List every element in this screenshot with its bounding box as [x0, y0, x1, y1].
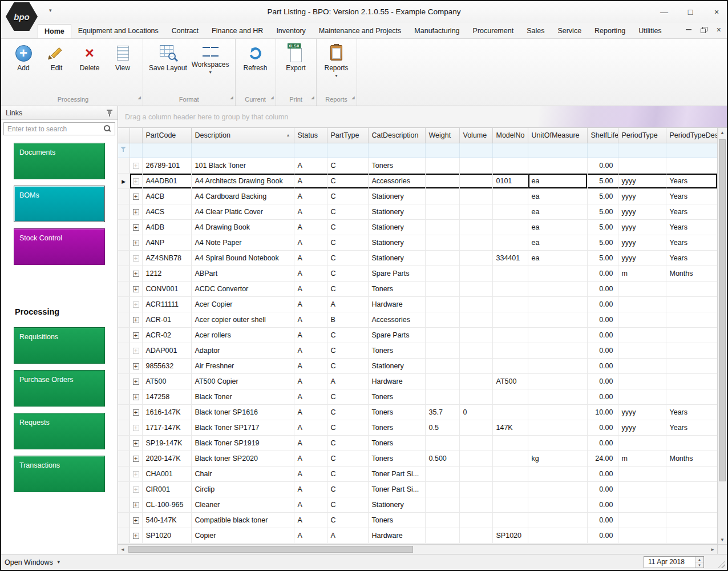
tab-service[interactable]: Service	[551, 24, 588, 38]
grid-cell[interactable]: 0.5	[425, 420, 459, 435]
grid-cell[interactable]: 26789-101	[142, 158, 191, 173]
grid-cell[interactable]: A	[294, 173, 327, 188]
grid-cell[interactable]	[666, 481, 717, 497]
ribbon-button-view[interactable]: View	[106, 41, 139, 72]
grid-cell[interactable]: A4 Cardboard Backing	[191, 188, 294, 204]
grid-cell[interactable]: CONV001	[142, 281, 191, 296]
expand-icon[interactable]: +	[133, 379, 139, 385]
grid-cell[interactable]: A4 Spiral Bound Notebook	[191, 250, 294, 266]
grid-cell[interactable]: 0.00	[587, 158, 618, 173]
grid-cell[interactable]: Toners	[368, 389, 425, 404]
expand-icon[interactable]: +	[133, 255, 139, 262]
table-row[interactable]: +ACR-02Acer rollersACSpare Parts0.00	[118, 327, 717, 343]
grid-cell[interactable]: ACR-01	[142, 312, 191, 327]
grid-cell[interactable]: 9855632	[142, 358, 191, 373]
grid-cell[interactable]	[618, 343, 666, 358]
grid-cell[interactable]	[492, 358, 528, 373]
grid-cell[interactable]	[666, 373, 717, 389]
ribbon-button-save-layout[interactable]: Save Layout	[147, 41, 189, 72]
column-header-catdescription[interactable]: CatDescription	[368, 128, 425, 143]
resize-grip[interactable]	[718, 561, 725, 568]
ribbon-button-export[interactable]: XLSXExport	[280, 41, 313, 72]
grid-cell[interactable]: Acer Copier	[191, 296, 294, 312]
grid-cell[interactable]: A	[327, 528, 368, 543]
grid-cell[interactable]: 0.00	[587, 389, 618, 404]
grid-cell[interactable]: yyyy	[618, 235, 666, 250]
grid-cell[interactable]: yyyy	[618, 188, 666, 204]
grid-cell[interactable]: 5.00	[587, 188, 618, 204]
expand-icon[interactable]: +	[133, 194, 139, 200]
grid-cell[interactable]: Months	[666, 266, 717, 281]
grid-cell[interactable]: Stationery	[368, 235, 425, 250]
expand-icon[interactable]: +	[133, 533, 139, 539]
table-row[interactable]: +26789-101101 Black TonerACToners0.00	[118, 158, 717, 173]
mdi-minimize-icon[interactable]	[686, 29, 691, 30]
grid-cell[interactable]: A	[294, 389, 327, 404]
grid-cell[interactable]: m	[618, 451, 666, 466]
grid-cell[interactable]	[492, 512, 528, 528]
scroll-left-icon[interactable]: ◄	[118, 545, 127, 554]
grid-cell[interactable]: 0.00	[587, 497, 618, 512]
grid-cell[interactable]: A	[294, 481, 327, 497]
scroll-down-icon[interactable]: ▼	[718, 535, 727, 544]
filter-cell-periodtypedesc[interactable]	[666, 143, 717, 158]
grid-cell[interactable]	[459, 250, 492, 266]
grid-cell[interactable]: B	[327, 312, 368, 327]
column-header-partcode[interactable]: PartCode	[142, 128, 191, 143]
table-row[interactable]: +1616-147KBlack toner SP1616ACToners35.7…	[118, 404, 717, 420]
grid-cell[interactable]: A	[294, 373, 327, 389]
grid-cell[interactable]: C	[327, 420, 368, 435]
table-row[interactable]: +A4CBA4 Cardboard BackingACStationeryea5…	[118, 188, 717, 204]
grid-cell[interactable]: CIR001	[142, 481, 191, 497]
grid-cell[interactable]: A4 Architects Drawing Book	[191, 173, 294, 188]
expand-icon[interactable]: +	[133, 456, 139, 462]
column-header-volume[interactable]: Volume	[459, 128, 492, 143]
grid-cell[interactable]	[425, 204, 459, 219]
grid-cell[interactable]	[492, 389, 528, 404]
grid-cell[interactable]: 0.00	[587, 512, 618, 528]
grid-cell[interactable]: 0.00	[587, 358, 618, 373]
grid-cell[interactable]: A	[294, 512, 327, 528]
grid-cell[interactable]: 0.00	[587, 312, 618, 327]
grid-cell[interactable]	[666, 466, 717, 481]
grid-cell[interactable]: Air Freshner	[191, 358, 294, 373]
grid-cell[interactable]: Spare Parts	[368, 327, 425, 343]
grid-cell[interactable]: 10.00	[587, 404, 618, 420]
grid-cell[interactable]: 2020-147K	[142, 451, 191, 466]
expand-icon[interactable]: +	[133, 332, 139, 339]
table-row[interactable]: +CHA001ChairACToner Part Si...0.00	[118, 466, 717, 481]
grid-cell[interactable]	[492, 312, 528, 327]
grid-cell[interactable]: A	[294, 266, 327, 281]
grid-cell[interactable]	[618, 327, 666, 343]
grid-cell[interactable]: Black Toner SP1717	[191, 420, 294, 435]
dialog-launcher-icon[interactable]: ◢	[230, 93, 233, 103]
grid-cell[interactable]	[492, 188, 528, 204]
grid-cell[interactable]	[425, 158, 459, 173]
grid-cell[interactable]: C	[327, 358, 368, 373]
horizontal-scrollbar-thumb[interactable]	[128, 546, 413, 553]
grid-cell[interactable]: A	[294, 420, 327, 435]
table-row[interactable]: +SP19-147KBlack Toner SP1919ACToners0.00	[118, 435, 717, 451]
grid-cell[interactable]: Stationery	[368, 250, 425, 266]
table-row[interactable]: +9855632Air FreshnerACStationery0.00	[118, 358, 717, 373]
grid-cell[interactable]	[666, 528, 717, 543]
column-header-parttype[interactable]: PartType	[327, 128, 368, 143]
grid-cell[interactable]: Toners	[368, 404, 425, 420]
grid-cell[interactable]: ea	[528, 204, 587, 219]
grid-cell[interactable]: Years	[666, 420, 717, 435]
grid-cell[interactable]: Hardware	[368, 296, 425, 312]
grid-cell[interactable]: Stationery	[368, 204, 425, 219]
table-row[interactable]: +A4CSA4 Clear Platic CoverACStationeryea…	[118, 204, 717, 219]
grid-cell[interactable]	[492, 451, 528, 466]
grid-cell[interactable]: Toners	[368, 451, 425, 466]
grid-cell[interactable]	[666, 435, 717, 451]
grid-cell[interactable]	[492, 296, 528, 312]
grid-cell[interactable]	[425, 358, 459, 373]
sidebar-link-documents[interactable]: Documents	[14, 143, 105, 179]
grid-cell[interactable]: yyyy	[618, 204, 666, 219]
grid-cell[interactable]	[459, 204, 492, 219]
table-row[interactable]: +ACR11111Acer CopierAAHardware0.00	[118, 296, 717, 312]
scroll-right-icon[interactable]: ►	[708, 545, 717, 554]
horizontal-scrollbar[interactable]: ◄ ►	[118, 544, 727, 554]
grid-cell[interactable]: Years	[666, 235, 717, 250]
